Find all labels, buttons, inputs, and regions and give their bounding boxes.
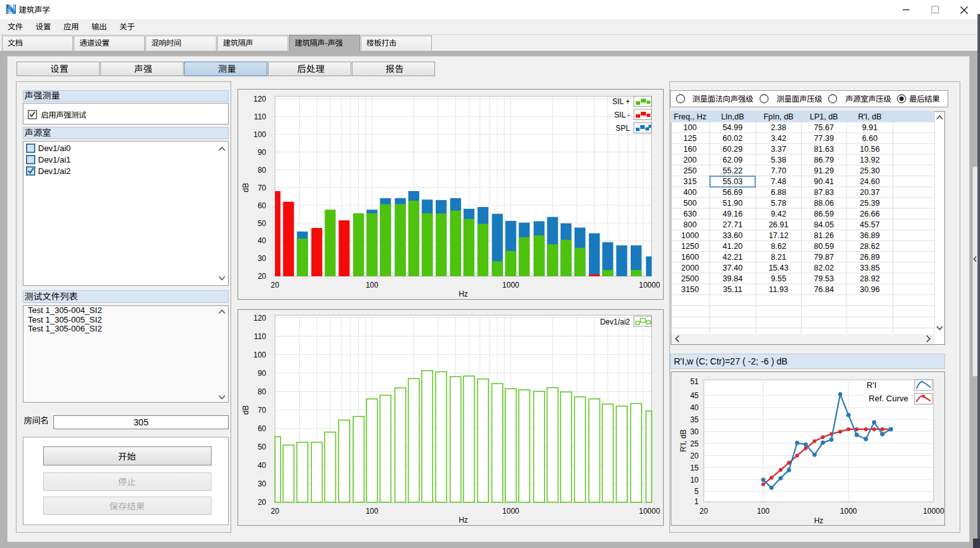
svg-text:Dev1/ai2: Dev1/ai2 bbox=[38, 166, 70, 176]
svg-text:305: 305 bbox=[133, 417, 149, 427]
svg-text:Test 1_305-005_SI2: Test 1_305-005_SI2 bbox=[28, 315, 102, 324]
svg-text:Dev1/ai0: Dev1/ai0 bbox=[38, 144, 70, 153]
svg-text:Test 1_305-006_SI2: Test 1_305-006_SI2 bbox=[28, 324, 102, 333]
svg-text:-: - bbox=[325, 39, 328, 48]
svg-text:Test 1_305-004_SI2: Test 1_305-004_SI2 bbox=[28, 305, 102, 315]
svg-text:Dev1/ai1: Dev1/ai1 bbox=[38, 155, 70, 164]
